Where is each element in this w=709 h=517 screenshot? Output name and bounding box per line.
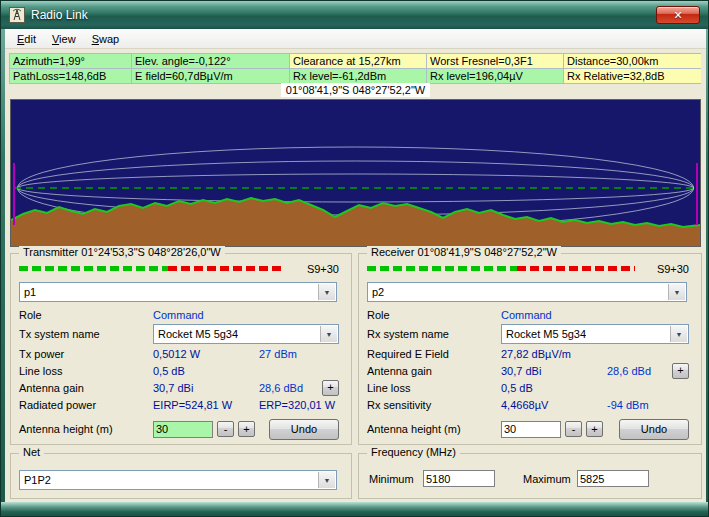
rx-system-label: Rx system name — [367, 328, 501, 340]
tx-gain-plus-button[interactable]: + — [322, 380, 339, 396]
tx-height-label: Antenna height (m) — [19, 423, 153, 435]
receiver-title: Receiver 01°08'41,9"S 048°27'52,2"W — [367, 246, 561, 259]
rx-height-plus-button[interactable]: + — [586, 421, 603, 437]
info-worst-fresnel: Worst Fresnel=0,3F1 — [427, 54, 563, 68]
net-combo[interactable]: P1P2 ▼ — [19, 470, 337, 490]
tx-lineloss-value: 0,5 dB — [153, 365, 259, 377]
rx-efield-row: Required E Field 27,82 dBµV/m — [367, 345, 689, 362]
tx-gain-dbd: 28,6 dBd — [259, 382, 303, 394]
tx-height-minus-button[interactable]: - — [217, 421, 234, 437]
tx-height-plus-button[interactable]: + — [238, 421, 255, 437]
tx-meter-red-segment — [168, 266, 285, 271]
menu-view[interactable]: View — [44, 31, 84, 47]
tx-meter-green-segment — [19, 266, 168, 271]
info-distance: Distance=30,00km — [564, 54, 701, 68]
close-button[interactable]: ✕ — [656, 6, 700, 24]
menu-bar: Edit View Swap — [5, 29, 706, 49]
rx-antenna-height-input[interactable] — [501, 421, 561, 438]
rx-unit-value: p2 — [372, 286, 384, 298]
rx-height-minus-button[interactable]: - — [565, 421, 582, 437]
frequency-min-input[interactable] — [423, 470, 495, 487]
tx-undo-button[interactable]: Undo — [269, 419, 339, 440]
tx-unit-value: p1 — [24, 286, 36, 298]
tx-smeter-value: S9+30 — [295, 263, 339, 275]
net-group-title: Net — [19, 446, 44, 459]
tx-smeter-row: S9+30 — [19, 262, 339, 276]
tx-power-label: Tx power — [19, 348, 153, 360]
rx-gain-plus-button[interactable]: + — [672, 363, 689, 379]
rx-efield-label: Required E Field — [367, 348, 501, 360]
rx-gain-label: Antenna gain — [367, 365, 501, 377]
info-rx-relative: Rx Relative=32,8dB — [564, 69, 701, 83]
rx-role-value[interactable]: Command — [501, 309, 552, 321]
tx-role-label: Role — [19, 309, 153, 321]
tx-erp-value: ERP=320,01 W — [259, 399, 335, 411]
info-azimuth: Azimuth=1,99° — [10, 54, 131, 68]
rx-sensitivity-dbm: -94 dBm — [607, 399, 649, 411]
tx-antenna-height-row: Antenna height (m) - + Undo — [19, 416, 339, 442]
frequency-max-label: Maximum — [523, 473, 577, 485]
rx-lineloss-label: Line loss — [367, 382, 501, 394]
tx-antenna-height-input[interactable] — [153, 421, 213, 438]
tx-power-value: 0,5012 W — [153, 348, 259, 360]
tx-radiated-row: Radiated power EIRP=524,81 W ERP=320,01 … — [19, 396, 339, 413]
frequency-max-input[interactable] — [577, 470, 649, 487]
tx-signal-meter — [19, 266, 285, 272]
chevron-down-icon[interactable]: ▼ — [318, 284, 335, 300]
rx-sensitivity-row: Rx sensitivity 4,4668µV -94 dBm — [367, 396, 689, 413]
chevron-down-icon[interactable]: ▼ — [318, 472, 335, 488]
info-pathloss: PathLoss=148,6dB — [10, 69, 131, 83]
info-elev-angle: Elev. angle=-0,122° — [132, 54, 289, 68]
window-bottom-frame — [1, 502, 708, 516]
cursor-coordinate-row: 01°08'41,9"S 048°27'52,2"W — [5, 83, 706, 97]
net-value: P1P2 — [24, 474, 51, 486]
frequency-group: Frequency (MHz) Minimum Maximum — [358, 453, 702, 499]
rx-gain-row: Antenna gain 30,7 dBi 28,6 dBd + — [367, 362, 689, 379]
tx-power-dbm: 27 dBm — [259, 348, 297, 360]
close-icon: ✕ — [673, 9, 682, 22]
rx-role-row: Role Command — [367, 306, 689, 323]
rx-height-label: Antenna height (m) — [367, 423, 501, 435]
chevron-down-icon[interactable]: ▼ — [668, 284, 685, 300]
title-bar[interactable]: Radio Link ✕ — [1, 1, 708, 29]
info-e-field: E field=60,7dBµV/m — [132, 69, 289, 83]
tx-role-row: Role Command — [19, 306, 339, 323]
tx-unit-combo[interactable]: p1 ▼ — [19, 282, 337, 302]
window-title: Radio Link — [31, 8, 88, 22]
info-rx-level-dbm: Rx level=-61,2dBm — [290, 69, 426, 83]
tx-power-row: Tx power 0,5012 W 27 dBm — [19, 345, 339, 362]
rx-unit-combo[interactable]: p2 ▼ — [367, 282, 687, 302]
transmitter-group: Transmitter 01°24'53,3"S 048°28'26,0"W S… — [10, 253, 352, 445]
rx-antenna-height-row: Antenna height (m) - + Undo — [367, 416, 689, 442]
tx-system-label: Tx system name — [19, 328, 153, 340]
chevron-down-icon[interactable]: ▼ — [320, 326, 337, 342]
tx-lineloss-label: Line loss — [19, 365, 153, 377]
menu-edit[interactable]: Edit — [9, 31, 44, 47]
rx-sensitivity-label: Rx sensitivity — [367, 399, 501, 411]
tx-lineloss-row: Line loss 0,5 dB — [19, 362, 339, 379]
frequency-group-title: Frequency (MHz) — [367, 446, 460, 459]
rx-undo-button[interactable]: Undo — [619, 419, 689, 440]
tx-system-combo[interactable]: Rocket M5 5g34 ▼ — [153, 324, 339, 344]
rx-gain-dbi: 30,7 dBi — [501, 365, 607, 377]
profile-chart — [10, 99, 701, 247]
frequency-min-label: Minimum — [369, 473, 423, 485]
client-area: Edit View Swap Azimuth=1,99° Elev. angle… — [5, 29, 706, 504]
menu-swap[interactable]: Swap — [84, 31, 128, 47]
rx-smeter-value: S9+30 — [645, 263, 689, 275]
tx-system-row: Tx system name Rocket M5 5g34 ▼ — [19, 323, 339, 345]
net-group: Net P1P2 ▼ — [10, 453, 352, 499]
tx-radiated-label: Radiated power — [19, 399, 153, 411]
rx-system-value: Rocket M5 5g34 — [506, 328, 586, 340]
rx-gain-dbd: 28,6 dBd — [607, 365, 651, 377]
chevron-down-icon[interactable]: ▼ — [670, 326, 687, 342]
tx-eirp-value: EIRP=524,81 W — [153, 399, 259, 411]
rx-meter-green-segment — [367, 266, 517, 271]
rx-system-combo[interactable]: Rocket M5 5g34 ▼ — [501, 324, 689, 344]
app-icon — [9, 7, 25, 23]
tx-role-value[interactable]: Command — [153, 309, 204, 321]
rx-smeter-row: S9+30 — [367, 262, 689, 276]
profile-chart-svg — [11, 100, 700, 246]
rx-lineloss-row: Line loss 0,5 dB — [367, 379, 689, 396]
rx-efield-value: 27,82 dBµV/m — [501, 348, 607, 360]
